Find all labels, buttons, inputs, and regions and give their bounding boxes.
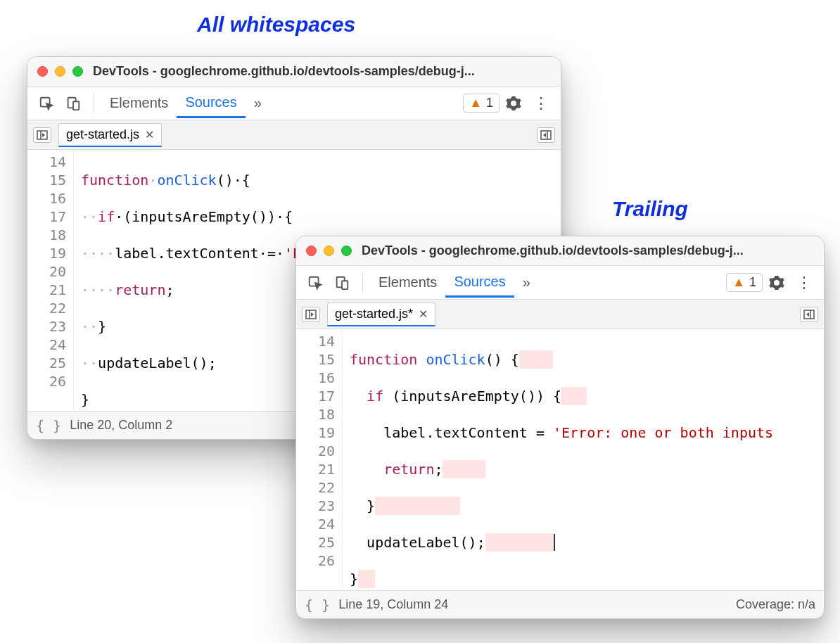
tab-sources[interactable]: Sources [445, 268, 514, 298]
tab-elements[interactable]: Elements [370, 269, 445, 296]
traffic-lights [306, 246, 352, 256]
tab-more[interactable]: » [514, 269, 539, 296]
file-tabbar: get-started.js ✕ [27, 120, 561, 150]
file-tab-label: get-started.js* [335, 307, 413, 322]
gear-icon[interactable] [763, 272, 791, 294]
pretty-print-icon[interactable]: { } [36, 417, 61, 434]
file-tab[interactable]: get-started.js* ✕ [327, 303, 435, 326]
warning-icon: ▲ [469, 96, 482, 110]
device-toggle-icon[interactable] [60, 93, 87, 114]
kebab-menu-icon[interactable]: ⋮ [528, 91, 555, 115]
minimize-icon[interactable] [324, 246, 334, 256]
cursor-position: Line 20, Column 2 [70, 418, 172, 433]
line-gutter: 14151617181920212223242526 [27, 150, 74, 411]
svg-rect-9 [342, 281, 348, 289]
warning-count: 1 [486, 96, 493, 110]
warnings-badge[interactable]: ▲1 [463, 94, 499, 113]
titlebar[interactable]: DevTools - googlechrome.github.io/devtoo… [296, 236, 824, 266]
navigator-toggle-icon[interactable] [302, 307, 320, 322]
code-body[interactable]: function onClick() { if (inputsAreEmpty(… [343, 329, 824, 590]
line-gutter: 14151617181920212223242526 [296, 329, 343, 590]
close-icon[interactable] [306, 246, 317, 256]
window-title: DevTools - googlechrome.github.io/devtoo… [93, 64, 551, 79]
close-tab-icon[interactable]: ✕ [419, 307, 428, 321]
devtools-toolbar: Elements Sources » ▲1 ⋮ [27, 87, 561, 120]
close-tab-icon[interactable]: ✕ [145, 128, 154, 141]
tab-more[interactable]: » [246, 89, 270, 117]
devtools-toolbar: Elements Sources » ▲1 ⋮ [296, 266, 824, 300]
device-toggle-icon[interactable] [329, 272, 355, 293]
file-tab-label: get-started.js [66, 127, 139, 142]
code-editor[interactable]: 14151617181920212223242526 function onCl… [296, 329, 824, 590]
kebab-menu-icon[interactable]: ⋮ [791, 271, 818, 295]
file-tabbar: get-started.js* ✕ [296, 300, 824, 329]
caption-all-whitespaces: All whitespaces [197, 13, 355, 37]
statusbar: { } Line 19, Column 24 Coverage: n/a [296, 590, 824, 618]
tab-elements[interactable]: Elements [101, 89, 177, 117]
caption-trailing: Trailing [612, 197, 688, 221]
gear-icon[interactable] [499, 92, 528, 115]
pretty-print-icon[interactable]: { } [305, 597, 330, 613]
separator [362, 273, 363, 293]
inspect-icon[interactable] [302, 272, 329, 293]
titlebar[interactable]: DevTools - googlechrome.github.io/devtoo… [27, 57, 561, 87]
devtools-window-right: DevTools - googlechrome.github.io/devtoo… [295, 236, 825, 619]
tab-sources[interactable]: Sources [177, 89, 245, 118]
debugger-toggle-icon[interactable] [537, 127, 555, 143]
separator [94, 94, 94, 113]
navigator-toggle-icon[interactable] [33, 127, 51, 143]
minimize-icon[interactable] [55, 66, 65, 77]
zoom-icon[interactable] [341, 246, 352, 256]
inspect-icon[interactable] [33, 93, 60, 114]
warning-icon: ▲ [732, 275, 745, 290]
cursor-position: Line 19, Column 24 [338, 597, 448, 612]
debugger-toggle-icon[interactable] [800, 307, 818, 322]
warning-count: 1 [749, 275, 756, 290]
warnings-badge[interactable]: ▲1 [726, 273, 763, 292]
coverage-status: Coverage: n/a [736, 597, 815, 612]
close-icon[interactable] [37, 66, 48, 77]
file-tab[interactable]: get-started.js ✕ [58, 123, 162, 147]
window-title: DevTools - googlechrome.github.io/devtoo… [362, 243, 814, 258]
svg-rect-2 [73, 101, 79, 110]
text-cursor [554, 534, 564, 551]
traffic-lights [37, 66, 83, 77]
zoom-icon[interactable] [72, 66, 83, 77]
